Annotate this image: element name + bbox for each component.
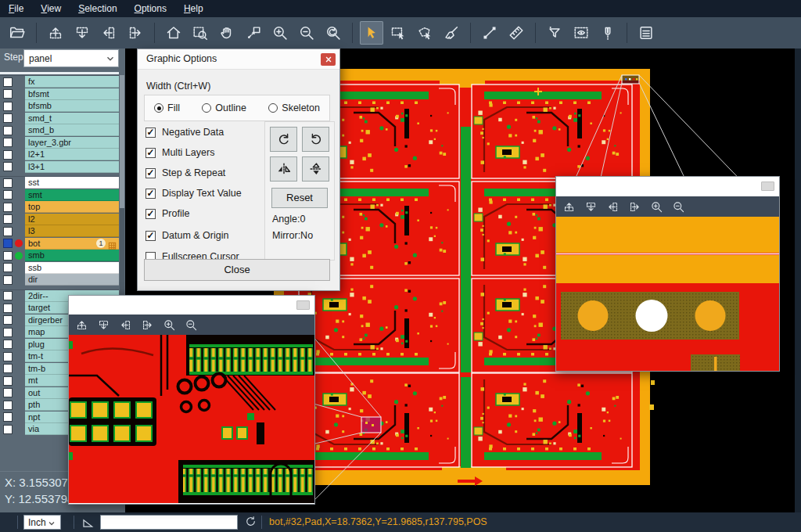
tool-open-button[interactable] [5, 21, 29, 45]
layer-checkbox[interactable] [3, 291, 13, 300]
layer-row-layer_3.gbr[interactable]: layer_3.gbr [0, 137, 119, 149]
layer-row-bot[interactable]: bot1 [0, 238, 119, 250]
magnifier-titlebar-button[interactable] [761, 182, 774, 191]
reset-button[interactable]: Reset [271, 188, 328, 208]
layer-name[interactable]: smd_b [25, 124, 119, 136]
zoom-source-bottom[interactable] [361, 417, 381, 433]
layer-checkbox[interactable] [3, 178, 13, 188]
layer-checkbox[interactable] [3, 138, 13, 147]
tool-vertex-move-button[interactable] [242, 21, 265, 45]
snap-angle-icon[interactable] [81, 515, 95, 530]
option-negative-data[interactable]: Negative Data [145, 126, 224, 138]
radio-icon[interactable] [268, 103, 278, 113]
option-display-text-value[interactable]: Display Text Value [145, 187, 242, 200]
magnifier-shift-left-button[interactable] [605, 200, 620, 214]
tool-zoom-out-button[interactable] [295, 21, 318, 45]
magnifier-zoom-in-button[interactable] [649, 200, 663, 214]
rotate-ccw-button[interactable] [302, 127, 329, 152]
tool-home-button[interactable] [162, 21, 185, 45]
magnifier-titlebar[interactable] [69, 296, 314, 315]
tool-select-button[interactable] [360, 21, 383, 45]
magnifier-shift-up-button[interactable] [74, 318, 88, 332]
tool-report-button[interactable] [634, 21, 658, 45]
layer-checkbox[interactable] [3, 364, 13, 373]
tool-shift-right-button[interactable] [124, 21, 147, 45]
flip-vertical-button[interactable] [302, 156, 329, 182]
tool-zoom-previous-button[interactable] [321, 21, 345, 45]
radio-fill[interactable]: Fill [154, 102, 180, 113]
layer-checkbox[interactable] [3, 251, 13, 261]
layer-checkbox[interactable] [3, 425, 13, 434]
layer-checkbox[interactable] [3, 126, 13, 135]
tool-select-rect-button[interactable] [386, 21, 410, 45]
zoom-source-top[interactable] [622, 75, 639, 84]
tool-shift-left-button[interactable] [97, 21, 120, 45]
layer-row-smd_t[interactable]: smd_t [0, 113, 119, 125]
layer-checkbox[interactable] [3, 340, 13, 349]
magnifier-titlebar[interactable] [556, 177, 779, 196]
checkbox-icon[interactable] [145, 209, 156, 219]
layer-checkbox[interactable] [3, 227, 13, 236]
layer-checkbox[interactable] [3, 77, 13, 87]
magnifier-shift-right-button[interactable] [627, 200, 641, 214]
layer-name[interactable]: top [25, 201, 119, 213]
option-step-repeat[interactable]: Step & Repeat [145, 167, 225, 179]
unit-select[interactable]: Inch [23, 515, 61, 530]
checkbox-icon[interactable] [145, 148, 156, 158]
layer-row-l2[interactable]: l2 [0, 214, 119, 226]
layer-checkbox[interactable] [3, 275, 13, 285]
layer-active-indicator[interactable] [15, 239, 23, 247]
layer-row-l3+1[interactable]: l3+1 [0, 161, 119, 174]
layer-row-sst[interactable]: sst [0, 177, 119, 189]
layer-checkbox[interactable] [3, 352, 13, 361]
layer-row-bfsmt[interactable]: bfsmt [0, 88, 119, 101]
menu-options[interactable]: Options [126, 0, 175, 17]
menu-selection[interactable]: Selection [70, 0, 125, 17]
layer-name[interactable]: ssb [25, 262, 119, 274]
tool-filter-button[interactable] [543, 21, 566, 45]
tool-measure-button[interactable] [478, 21, 501, 45]
layer-checkbox[interactable] [3, 263, 13, 272]
checkbox-icon[interactable] [145, 128, 156, 138]
layer-name[interactable]: l2+1 [25, 149, 119, 160]
layer-checkbox[interactable] [3, 401, 13, 410]
layer-checkbox[interactable] [3, 214, 13, 224]
tool-select-poly-button[interactable] [413, 21, 436, 45]
menu-help[interactable]: Help [175, 0, 212, 17]
layer-name[interactable]: l3 [25, 225, 119, 237]
tool-view-options-button[interactable] [569, 21, 593, 45]
layer-row-smd_b[interactable]: smd_b [0, 124, 119, 137]
option-profile[interactable]: Profile [145, 207, 189, 220]
layer-checkbox[interactable] [3, 239, 13, 248]
magnifier-shift-right-button[interactable] [140, 318, 154, 332]
tool-zoom-window-button[interactable] [189, 21, 212, 45]
menu-view[interactable]: View [32, 0, 70, 17]
layer-checkbox[interactable] [3, 89, 13, 99]
magnifier-shift-down-button[interactable] [584, 200, 598, 214]
close-button[interactable]: Close [144, 259, 330, 281]
layer-checkbox[interactable] [3, 203, 13, 212]
layer-name[interactable]: smd_t [25, 113, 119, 124]
radio-icon[interactable] [202, 103, 211, 113]
layer-row-smt[interactable]: smt [0, 189, 119, 202]
layer-name[interactable]: fx [25, 76, 119, 88]
layer-row-l3[interactable]: l3 [0, 225, 119, 238]
checkbox-icon[interactable] [145, 189, 156, 199]
layer-name[interactable]: l2 [25, 214, 119, 225]
layer-row-ssb[interactable]: ssb [0, 262, 119, 275]
tool-shift-up-button[interactable] [44, 21, 67, 45]
layer-checkbox[interactable] [3, 388, 13, 397]
layer-name[interactable]: bfsmt [25, 88, 119, 100]
layer-checkbox[interactable] [3, 190, 13, 200]
layer-checkbox[interactable] [3, 113, 13, 123]
layer-name[interactable]: smb [25, 250, 119, 261]
layer-row-top[interactable]: top [0, 201, 119, 214]
layer-name[interactable]: smt [25, 189, 119, 201]
checkbox-icon[interactable] [145, 168, 156, 178]
layer-name[interactable]: dir [25, 274, 119, 286]
magnifier-view-bottom[interactable] [69, 335, 314, 503]
dialog-titlebar[interactable]: Graphic Options [138, 49, 339, 70]
layer-checkbox[interactable] [3, 150, 13, 160]
layer-name[interactable]: layer_3.gbr [25, 137, 119, 149]
rotate-cw-button[interactable] [270, 127, 297, 152]
